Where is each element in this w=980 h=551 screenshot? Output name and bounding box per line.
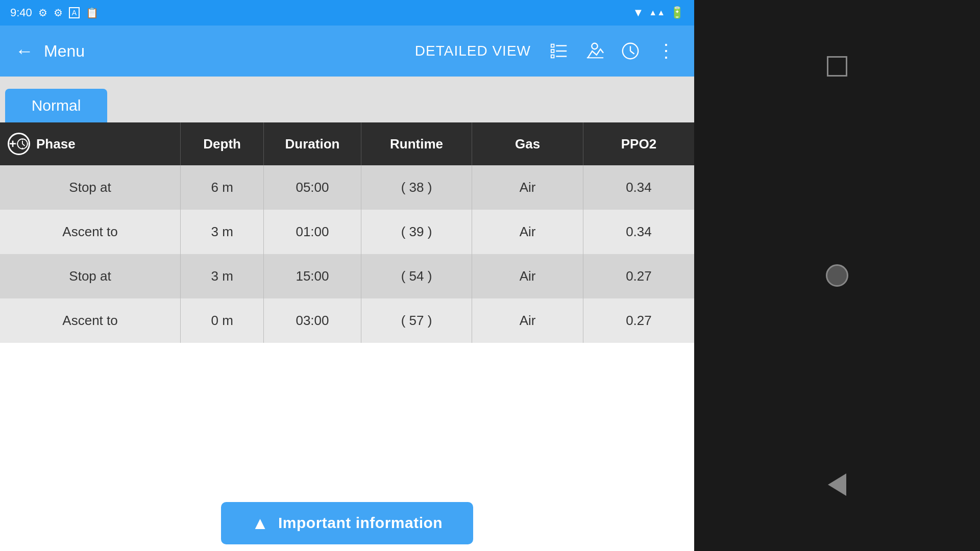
col-header-gas: Gas <box>472 122 583 165</box>
cell-ppo2: 0.27 <box>583 298 694 343</box>
col-header-ppo2: PPO2 <box>583 122 694 165</box>
cell-runtime: ( 57 ) <box>361 298 472 343</box>
cell-duration: 03:00 <box>264 298 361 343</box>
cell-runtime: ( 39 ) <box>361 210 472 254</box>
cell-phase: Stop at <box>0 165 181 210</box>
cell-phase: Ascent to <box>0 298 181 343</box>
table-row: Stop at6 m05:00( 38 )Air0.34 <box>0 165 694 210</box>
cell-phase: Stop at <box>0 254 181 298</box>
toolbar: ← Menu DETAILED VIEW <box>0 26 694 77</box>
more-options-button[interactable]: ⋮ <box>653 38 679 64</box>
svg-rect-1 <box>551 49 554 53</box>
cell-duration: 15:00 <box>264 254 361 298</box>
tab-bar: Normal <box>0 77 694 122</box>
battery-icon: 🔋 <box>670 6 684 19</box>
font-icon: A <box>69 7 80 18</box>
status-bar-right: ▼ ▲▲ 🔋 <box>633 6 684 19</box>
cell-depth: 6 m <box>181 165 264 210</box>
table-row: Stop at3 m15:00( 54 )Air0.27 <box>0 254 694 298</box>
col-header-phase: Phase <box>0 122 181 165</box>
menu-label[interactable]: Menu <box>44 42 415 61</box>
cell-duration: 01:00 <box>264 210 361 254</box>
col-header-runtime: Runtime <box>361 122 472 165</box>
important-button-label: Important information <box>278 514 443 532</box>
wifi-icon: ▼ <box>633 6 644 19</box>
cell-depth: 0 m <box>181 298 264 343</box>
svg-line-13 <box>22 144 24 146</box>
table-row: Ascent to3 m01:00( 39 )Air0.34 <box>0 210 694 254</box>
back-nav-icon <box>828 473 846 496</box>
status-bar: 9:40 ⚙ ⚙ A 📋 ▼ ▲▲ 🔋 <box>0 0 694 26</box>
cell-ppo2: 0.34 <box>583 165 694 210</box>
svg-rect-2 <box>551 55 554 58</box>
list-icon-button[interactable] <box>546 38 572 64</box>
cell-gas: Air <box>472 210 583 254</box>
table-header-row: Phase Depth Duration Runtime Gas <box>0 122 694 165</box>
cell-runtime: ( 38 ) <box>361 165 472 210</box>
graph-icon-button[interactable] <box>582 38 607 64</box>
svg-line-10 <box>630 51 634 54</box>
back-button[interactable]: ← <box>15 40 34 62</box>
toolbar-title: DETAILED VIEW <box>415 43 531 59</box>
cell-phase: Ascent to <box>0 210 181 254</box>
android-nav-sidebar <box>694 0 980 551</box>
gear-icon: ⚙ <box>54 7 63 19</box>
dive-table: Phase Depth Duration Runtime Gas <box>0 122 694 343</box>
table-row: Ascent to0 m03:00( 57 )Air0.27 <box>0 298 694 343</box>
cell-ppo2: 0.34 <box>583 210 694 254</box>
col-header-depth: Depth <box>181 122 264 165</box>
cell-gas: Air <box>472 165 583 210</box>
cell-duration: 05:00 <box>264 165 361 210</box>
clipboard-icon: 📋 <box>86 7 99 19</box>
cell-gas: Air <box>472 298 583 343</box>
cell-gas: Air <box>472 254 583 298</box>
nav-home-button[interactable] <box>822 260 852 291</box>
cell-depth: 3 m <box>181 254 264 298</box>
time-display: 9:40 <box>10 6 32 19</box>
clock-icon-button[interactable] <box>618 38 643 64</box>
home-icon <box>826 264 848 287</box>
important-information-button[interactable]: ▲ Important information <box>221 502 473 544</box>
cell-ppo2: 0.27 <box>583 254 694 298</box>
nav-recent-button[interactable] <box>822 51 852 82</box>
svg-point-6 <box>592 43 597 49</box>
nav-back-button[interactable] <box>822 469 852 500</box>
table-container: Phase Depth Duration Runtime Gas <box>0 122 694 495</box>
svg-rect-0 <box>551 44 554 47</box>
tab-normal[interactable]: Normal <box>5 89 107 122</box>
recent-apps-icon <box>827 56 847 77</box>
col-header-duration: Duration <box>264 122 361 165</box>
warning-icon: ▲ <box>252 513 269 533</box>
cell-runtime: ( 54 ) <box>361 254 472 298</box>
cell-depth: 3 m <box>181 210 264 254</box>
bottom-bar: ▲ Important information <box>0 495 694 551</box>
table-body: Stop at6 m05:00( 38 )Air0.34Ascent to3 m… <box>0 165 694 343</box>
signal-icon: ▲▲ <box>649 8 665 17</box>
status-bar-left: 9:40 ⚙ ⚙ A 📋 <box>10 6 99 19</box>
app-container: 9:40 ⚙ ⚙ A 📋 ▼ ▲▲ 🔋 ← Menu DETAILED VIEW <box>0 0 694 551</box>
toolbar-icons: ⋮ <box>546 38 679 64</box>
settings-icon: ⚙ <box>38 7 47 19</box>
more-dots: ⋮ <box>657 42 675 60</box>
phase-header-label: Phase <box>36 136 76 152</box>
phase-clock-icon <box>8 133 30 155</box>
